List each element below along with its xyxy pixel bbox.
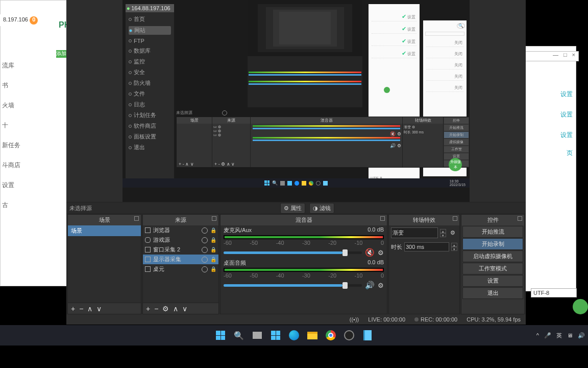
dock-title-ctrl: 控件 bbox=[487, 217, 499, 223]
lock-icon[interactable]: 🔒 bbox=[210, 266, 216, 272]
right-link[interactable]: 设置 bbox=[560, 110, 573, 119]
rec-dot-icon bbox=[414, 317, 419, 321]
maximize-icon[interactable]: □ bbox=[564, 52, 567, 58]
scene-item[interactable]: 场景 bbox=[68, 225, 141, 236]
move-down-icon[interactable]: ∨ bbox=[96, 305, 102, 313]
window-icon bbox=[145, 247, 151, 252]
sidebar-item[interactable]: 斗商店 bbox=[2, 161, 69, 170]
right-link[interactable]: 设置 bbox=[560, 131, 573, 140]
studio-mode-button[interactable]: 工作室模式 bbox=[462, 263, 523, 274]
notepad-icon[interactable] bbox=[361, 329, 374, 342]
move-down-icon[interactable]: ∨ bbox=[182, 305, 187, 313]
spin-down[interactable]: ▾ bbox=[440, 233, 446, 237]
vu-meter bbox=[224, 235, 384, 239]
network-tray-icon[interactable]: 🖥 bbox=[567, 332, 573, 338]
source-row-selected[interactable]: 显示器采集🔒 bbox=[143, 255, 218, 264]
task-view-icon[interactable] bbox=[251, 329, 264, 342]
sidebar-item[interactable]: 古 bbox=[2, 201, 69, 210]
channel-settings-icon[interactable]: ⚙ bbox=[378, 249, 384, 257]
edge-icon[interactable] bbox=[287, 329, 301, 342]
obs-icon[interactable] bbox=[342, 329, 356, 342]
visibility-icon[interactable] bbox=[202, 266, 208, 272]
spin-up[interactable]: ▴ bbox=[451, 243, 457, 247]
spin-up[interactable]: ▴ bbox=[440, 229, 446, 233]
preview-area[interactable]: ● 164.88.197.106 首页 网站 FTP 数据库 监控 安全 防火墙… bbox=[66, 0, 526, 202]
visibility-icon[interactable] bbox=[202, 257, 208, 263]
sidebar-item[interactable]: 火墙 bbox=[2, 101, 69, 110]
start-streaming-button[interactable]: 开始推流 bbox=[462, 226, 523, 238]
tray-chevron-icon[interactable]: ^ bbox=[536, 332, 539, 338]
mute-icon[interactable]: 🔇 bbox=[365, 248, 375, 257]
sp-item: 首页 bbox=[129, 15, 171, 23]
popout-icon[interactable] bbox=[380, 216, 385, 221]
visibility-icon[interactable] bbox=[202, 237, 208, 243]
widgets-icon[interactable] bbox=[269, 329, 282, 342]
filters-button[interactable]: ◑滤镜 bbox=[309, 203, 334, 214]
start-button[interactable] bbox=[214, 329, 227, 342]
inner-nosource: 未选择源 bbox=[176, 110, 227, 114]
start-virtualcam-button[interactable]: 启动虚拟摄像机 bbox=[462, 250, 523, 262]
move-up-icon[interactable]: ∧ bbox=[87, 305, 92, 313]
floating-action-button[interactable] bbox=[573, 299, 588, 314]
popout-icon[interactable] bbox=[134, 216, 139, 221]
volume-slider[interactable] bbox=[224, 284, 362, 287]
lock-icon[interactable]: 🔒 bbox=[210, 257, 216, 262]
source-row[interactable]: 窗口采集 2🔒 bbox=[143, 245, 218, 255]
globe-icon bbox=[145, 227, 151, 233]
speaker-icon[interactable]: 🔊 bbox=[365, 281, 375, 290]
search-icon[interactable]: 🔍 bbox=[232, 329, 246, 342]
chrome-icon[interactable] bbox=[324, 329, 337, 342]
volume-slider[interactable] bbox=[224, 251, 362, 254]
duration-input[interactable]: 300 ms bbox=[404, 242, 449, 251]
minimize-icon[interactable]: — bbox=[553, 52, 558, 58]
spin-down[interactable]: ▾ bbox=[451, 247, 457, 251]
popout-icon[interactable] bbox=[212, 216, 216, 221]
captured-taskbar: 🔍 bbox=[122, 178, 470, 188]
transition-settings-icon[interactable]: ⚙ bbox=[448, 228, 457, 238]
display-icon bbox=[145, 257, 151, 262]
popout-icon[interactable] bbox=[518, 216, 522, 221]
sidebar-item[interactable]: 书 bbox=[2, 81, 69, 90]
scenes-dock: 场景 场景 + − ∧ ∨ bbox=[67, 214, 141, 314]
lock-icon[interactable]: 🔒 bbox=[210, 247, 216, 252]
exit-button[interactable]: 退出 bbox=[462, 287, 523, 299]
sp-item-active: 网站 bbox=[129, 26, 171, 35]
remove-scene-icon[interactable]: − bbox=[79, 305, 83, 313]
add-source-icon[interactable]: + bbox=[146, 305, 150, 313]
visibility-icon[interactable] bbox=[202, 227, 208, 234]
file-explorer-icon[interactable] bbox=[306, 329, 319, 342]
sp-item: 面板设置 bbox=[129, 133, 171, 141]
properties-button[interactable]: ⚙属性 bbox=[280, 203, 305, 214]
add-scene-icon[interactable]: + bbox=[71, 305, 75, 313]
channel-name: 麦克风/Aux bbox=[224, 226, 252, 234]
sp-item: 计划任务 bbox=[129, 111, 171, 119]
source-settings-icon[interactable]: ⚙ bbox=[162, 305, 169, 313]
popout-icon[interactable] bbox=[453, 216, 457, 221]
remove-source-icon[interactable]: − bbox=[154, 305, 158, 313]
right-link[interactable]: 页 bbox=[567, 149, 573, 157]
lock-icon[interactable]: 🔒 bbox=[210, 227, 216, 233]
meter-ticks: -60-50-40-30-20-100 bbox=[224, 240, 384, 246]
source-row[interactable]: 游戏源🔒 bbox=[143, 235, 218, 245]
sidebar-item[interactable]: 新任务 bbox=[2, 141, 69, 150]
mic-tray-icon[interactable]: 🎤 bbox=[544, 332, 551, 339]
sidebar-item[interactable]: 流库 bbox=[2, 61, 69, 70]
sidebar-item[interactable]: 十 bbox=[2, 121, 69, 130]
volume-tray-icon[interactable]: 🔊 bbox=[578, 332, 585, 339]
settings-button[interactable]: 设置 bbox=[462, 275, 523, 287]
channel-settings-icon[interactable]: ⚙ bbox=[378, 282, 384, 289]
start-recording-button[interactable]: 开始录制 bbox=[462, 238, 523, 250]
move-up-icon[interactable]: ∧ bbox=[173, 305, 178, 313]
right-link[interactable]: 设置 bbox=[560, 90, 573, 99]
lock-icon[interactable]: 🔒 bbox=[210, 237, 216, 243]
obs-window: ● 164.88.197.106 首页 网站 FTP 数据库 监控 安全 防火墙… bbox=[66, 0, 526, 325]
ime-indicator[interactable]: 英 bbox=[556, 332, 562, 339]
captured-row: 关闭 bbox=[426, 39, 463, 47]
sp-item: 安全 bbox=[129, 68, 171, 76]
transition-select[interactable]: 渐变 bbox=[391, 227, 438, 238]
visibility-icon[interactable] bbox=[202, 247, 208, 253]
source-row[interactable]: 浏览器🔒 bbox=[143, 225, 218, 235]
sidebar-item[interactable]: 设置 bbox=[2, 181, 69, 190]
source-row[interactable]: 桌元🔒 bbox=[143, 264, 218, 274]
close-icon[interactable]: × bbox=[572, 52, 575, 58]
